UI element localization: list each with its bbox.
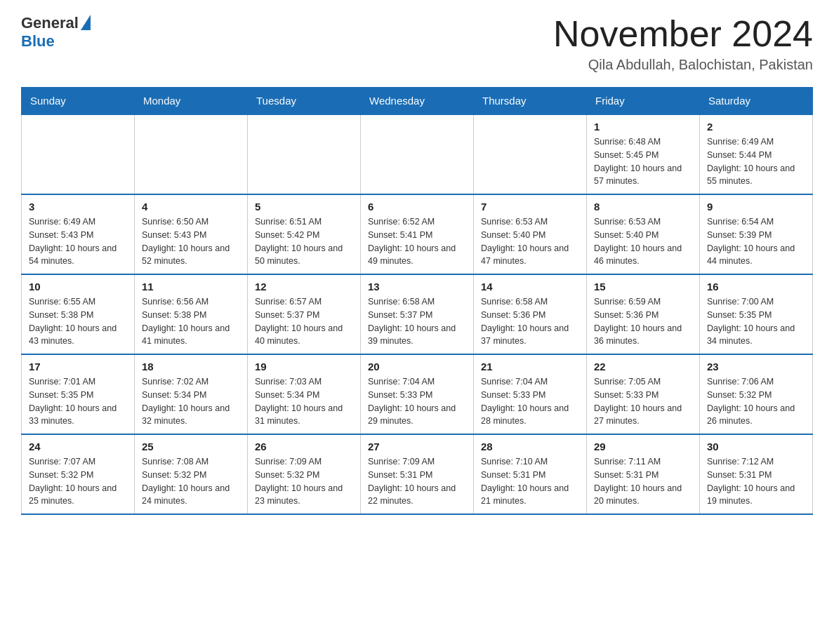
day-info: Sunrise: 7:09 AM Sunset: 5:31 PM Dayligh…	[368, 455, 466, 508]
calendar-cell: 17Sunrise: 7:01 AM Sunset: 5:35 PM Dayli…	[22, 354, 135, 434]
calendar-cell: 6Sunrise: 6:52 AM Sunset: 5:41 PM Daylig…	[361, 194, 474, 274]
day-number: 13	[368, 281, 466, 293]
day-info: Sunrise: 7:00 AM Sunset: 5:35 PM Dayligh…	[707, 295, 805, 348]
calendar-cell: 28Sunrise: 7:10 AM Sunset: 5:31 PM Dayli…	[474, 434, 587, 514]
calendar-cell	[361, 114, 474, 194]
calendar-week-row: 3Sunrise: 6:49 AM Sunset: 5:43 PM Daylig…	[22, 194, 813, 274]
day-number: 4	[142, 201, 240, 213]
calendar-cell: 18Sunrise: 7:02 AM Sunset: 5:34 PM Dayli…	[135, 354, 248, 434]
calendar-cell: 12Sunrise: 6:57 AM Sunset: 5:37 PM Dayli…	[248, 274, 361, 354]
column-header-saturday: Saturday	[700, 88, 813, 115]
calendar-cell	[135, 114, 248, 194]
day-info: Sunrise: 6:56 AM Sunset: 5:38 PM Dayligh…	[142, 295, 240, 348]
title-section: November 2024 Qila Abdullah, Balochistan…	[553, 14, 813, 73]
calendar-cell: 4Sunrise: 6:50 AM Sunset: 5:43 PM Daylig…	[135, 194, 248, 274]
page-header: General Blue November 2024 Qila Abdullah…	[21, 14, 813, 73]
calendar-cell: 9Sunrise: 6:54 AM Sunset: 5:39 PM Daylig…	[700, 194, 813, 274]
day-info: Sunrise: 7:08 AM Sunset: 5:32 PM Dayligh…	[142, 455, 240, 508]
logo: General Blue	[21, 14, 91, 51]
day-info: Sunrise: 6:58 AM Sunset: 5:37 PM Dayligh…	[368, 295, 466, 348]
logo-blue-text: Blue	[21, 32, 55, 51]
logo-general-text: General	[21, 14, 79, 32]
day-info: Sunrise: 7:10 AM Sunset: 5:31 PM Dayligh…	[481, 455, 579, 508]
day-info: Sunrise: 7:05 AM Sunset: 5:33 PM Dayligh…	[594, 375, 692, 428]
column-header-thursday: Thursday	[474, 88, 587, 115]
day-number: 29	[594, 441, 692, 452]
calendar-cell: 24Sunrise: 7:07 AM Sunset: 5:32 PM Dayli…	[22, 434, 135, 514]
day-info: Sunrise: 7:01 AM Sunset: 5:35 PM Dayligh…	[29, 375, 127, 428]
day-number: 8	[594, 201, 692, 213]
day-info: Sunrise: 6:58 AM Sunset: 5:36 PM Dayligh…	[481, 295, 579, 348]
day-number: 19	[255, 361, 353, 373]
day-info: Sunrise: 7:12 AM Sunset: 5:31 PM Dayligh…	[707, 455, 805, 508]
day-number: 6	[368, 201, 466, 213]
day-number: 2	[707, 121, 805, 133]
day-number: 28	[481, 441, 579, 452]
column-header-friday: Friday	[587, 88, 700, 115]
calendar-table: SundayMondayTuesdayWednesdayThursdayFrid…	[21, 87, 813, 515]
day-info: Sunrise: 6:53 AM Sunset: 5:40 PM Dayligh…	[481, 215, 579, 268]
calendar-cell	[474, 114, 587, 194]
calendar-cell: 23Sunrise: 7:06 AM Sunset: 5:32 PM Dayli…	[700, 354, 813, 434]
day-number: 16	[707, 281, 805, 293]
calendar-week-row: 1Sunrise: 6:48 AM Sunset: 5:45 PM Daylig…	[22, 114, 813, 194]
calendar-cell: 16Sunrise: 7:00 AM Sunset: 5:35 PM Dayli…	[700, 274, 813, 354]
day-number: 23	[707, 361, 805, 373]
day-number: 17	[29, 361, 127, 373]
calendar-cell: 27Sunrise: 7:09 AM Sunset: 5:31 PM Dayli…	[361, 434, 474, 514]
day-number: 1	[594, 121, 692, 133]
calendar-cell: 11Sunrise: 6:56 AM Sunset: 5:38 PM Dayli…	[135, 274, 248, 354]
main-title: November 2024	[553, 14, 813, 54]
day-number: 21	[481, 361, 579, 373]
day-number: 24	[29, 441, 127, 452]
day-number: 20	[368, 361, 466, 373]
calendar-cell: 20Sunrise: 7:04 AM Sunset: 5:33 PM Dayli…	[361, 354, 474, 434]
calendar-cell: 21Sunrise: 7:04 AM Sunset: 5:33 PM Dayli…	[474, 354, 587, 434]
calendar-header-row: SundayMondayTuesdayWednesdayThursdayFrid…	[22, 88, 813, 115]
day-number: 9	[707, 201, 805, 213]
calendar-week-row: 17Sunrise: 7:01 AM Sunset: 5:35 PM Dayli…	[22, 354, 813, 434]
logo-triangle-icon	[81, 15, 91, 30]
calendar-cell: 22Sunrise: 7:05 AM Sunset: 5:33 PM Dayli…	[587, 354, 700, 434]
day-info: Sunrise: 6:59 AM Sunset: 5:36 PM Dayligh…	[594, 295, 692, 348]
calendar-cell: 7Sunrise: 6:53 AM Sunset: 5:40 PM Daylig…	[474, 194, 587, 274]
calendar-cell: 10Sunrise: 6:55 AM Sunset: 5:38 PM Dayli…	[22, 274, 135, 354]
day-number: 10	[29, 281, 127, 293]
day-number: 26	[255, 441, 353, 452]
calendar-cell: 29Sunrise: 7:11 AM Sunset: 5:31 PM Dayli…	[587, 434, 700, 514]
day-info: Sunrise: 6:50 AM Sunset: 5:43 PM Dayligh…	[142, 215, 240, 268]
day-info: Sunrise: 6:54 AM Sunset: 5:39 PM Dayligh…	[707, 215, 805, 268]
calendar-cell: 3Sunrise: 6:49 AM Sunset: 5:43 PM Daylig…	[22, 194, 135, 274]
day-number: 14	[481, 281, 579, 293]
day-number: 12	[255, 281, 353, 293]
day-info: Sunrise: 7:07 AM Sunset: 5:32 PM Dayligh…	[29, 455, 127, 508]
column-header-tuesday: Tuesday	[248, 88, 361, 115]
calendar-cell	[22, 114, 135, 194]
day-info: Sunrise: 7:02 AM Sunset: 5:34 PM Dayligh…	[142, 375, 240, 428]
calendar-cell: 8Sunrise: 6:53 AM Sunset: 5:40 PM Daylig…	[587, 194, 700, 274]
day-number: 30	[707, 441, 805, 452]
day-number: 22	[594, 361, 692, 373]
day-info: Sunrise: 7:06 AM Sunset: 5:32 PM Dayligh…	[707, 375, 805, 428]
calendar-cell	[248, 114, 361, 194]
calendar-cell: 26Sunrise: 7:09 AM Sunset: 5:32 PM Dayli…	[248, 434, 361, 514]
day-number: 11	[142, 281, 240, 293]
day-info: Sunrise: 6:51 AM Sunset: 5:42 PM Dayligh…	[255, 215, 353, 268]
day-number: 27	[368, 441, 466, 452]
day-info: Sunrise: 7:11 AM Sunset: 5:31 PM Dayligh…	[594, 455, 692, 508]
column-header-sunday: Sunday	[22, 88, 135, 115]
calendar-week-row: 10Sunrise: 6:55 AM Sunset: 5:38 PM Dayli…	[22, 274, 813, 354]
calendar-cell: 25Sunrise: 7:08 AM Sunset: 5:32 PM Dayli…	[135, 434, 248, 514]
calendar-cell: 13Sunrise: 6:58 AM Sunset: 5:37 PM Dayli…	[361, 274, 474, 354]
calendar-cell: 19Sunrise: 7:03 AM Sunset: 5:34 PM Dayli…	[248, 354, 361, 434]
calendar-cell: 14Sunrise: 6:58 AM Sunset: 5:36 PM Dayli…	[474, 274, 587, 354]
day-info: Sunrise: 6:55 AM Sunset: 5:38 PM Dayligh…	[29, 295, 127, 348]
calendar-cell: 2Sunrise: 6:49 AM Sunset: 5:44 PM Daylig…	[700, 114, 813, 194]
calendar-cell: 30Sunrise: 7:12 AM Sunset: 5:31 PM Dayli…	[700, 434, 813, 514]
location-subtitle: Qila Abdullah, Balochistan, Pakistan	[553, 57, 813, 73]
column-header-wednesday: Wednesday	[361, 88, 474, 115]
day-info: Sunrise: 6:53 AM Sunset: 5:40 PM Dayligh…	[594, 215, 692, 268]
day-info: Sunrise: 6:49 AM Sunset: 5:44 PM Dayligh…	[707, 135, 805, 188]
day-number: 3	[29, 201, 127, 213]
day-info: Sunrise: 6:57 AM Sunset: 5:37 PM Dayligh…	[255, 295, 353, 348]
